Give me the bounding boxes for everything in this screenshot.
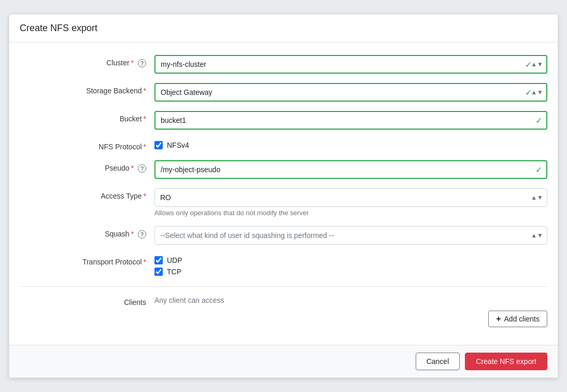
udp-label: UDP [167, 256, 182, 264]
tcp-checkbox[interactable] [154, 268, 163, 276]
udp-checkbox-group: UDP [154, 254, 547, 264]
pseudo-label: Pseudo* ? [20, 160, 154, 173]
pseudo-input[interactable] [154, 160, 547, 179]
create-nfs-export-button[interactable]: Create NFS export [465, 353, 547, 370]
bucket-input[interactable] [154, 111, 547, 130]
squash-select[interactable]: --Select what kind of user id squashing … [154, 226, 547, 245]
modal-body: Cluster* ? my-nfs-cluster ✓ ▲▼ Storage B… [9, 43, 558, 345]
transport-protocol-control-wrap: UDP TCP [154, 254, 547, 277]
transport-protocol-field-group: Transport Protocol* UDP TCP [20, 254, 547, 277]
cluster-select[interactable]: my-nfs-cluster [154, 55, 547, 74]
clients-divider [20, 286, 547, 287]
clients-content: Any client can access + Add clients [154, 296, 547, 327]
access-type-select-wrapper: RO RW None ▲▼ [154, 188, 547, 207]
cancel-button[interactable]: Cancel [416, 353, 460, 370]
cluster-control-wrap: my-nfs-cluster ✓ ▲▼ [154, 55, 547, 74]
access-type-control-wrap: RO RW None ▲▼ Allows only operations tha… [154, 188, 547, 217]
access-type-label: Access Type* [20, 188, 154, 200]
cluster-select-wrapper: my-nfs-cluster ✓ ▲▼ [154, 55, 547, 74]
pseudo-control-wrap: ✓ [154, 160, 547, 179]
storage-backend-select-wrapper: Object Gateway ✓ ▲▼ [154, 83, 547, 102]
bucket-field-group: Bucket* ✓ [20, 111, 547, 130]
nfs-protocol-label: NFS Protocol* [20, 139, 154, 151]
plus-icon: + [496, 314, 501, 324]
cluster-required: * [131, 59, 134, 67]
storage-backend-control-wrap: Object Gateway ✓ ▲▼ [154, 83, 547, 102]
storage-backend-select[interactable]: Object Gateway [154, 83, 547, 102]
bucket-label: Bucket* [20, 111, 154, 123]
nfs-protocol-required: * [144, 143, 146, 151]
tcp-checkbox-group: TCP [154, 265, 547, 276]
add-clients-button[interactable]: + Add clients [488, 311, 547, 327]
squash-field-group: Squash* ? --Select what kind of user id … [20, 226, 547, 245]
access-type-field-group: Access Type* RO RW None ▲▼ Allows only o… [20, 188, 547, 217]
clients-label: Clients [20, 296, 154, 306]
nfs-protocol-control-wrap: NFSv4 [154, 139, 547, 150]
squash-select-wrapper: --Select what kind of user id squashing … [154, 226, 547, 245]
nfsv4-label: NFSv4 [167, 141, 189, 149]
cluster-label: Cluster* ? [20, 55, 154, 67]
transport-protocol-required: * [144, 258, 146, 266]
squash-required: * [131, 230, 134, 238]
pseudo-input-wrapper: ✓ [154, 160, 547, 179]
access-type-select[interactable]: RO RW None [154, 188, 547, 207]
nfsv4-checkbox-group: NFSv4 [154, 139, 547, 149]
storage-backend-field-group: Storage Backend* Object Gateway ✓ ▲▼ [20, 83, 547, 102]
add-clients-label: Add clients [504, 315, 540, 323]
modal-header: Create NFS export [9, 15, 558, 43]
cluster-help-icon[interactable]: ? [138, 59, 146, 67]
modal-title: Create NFS export [20, 23, 547, 34]
cluster-field-group: Cluster* ? my-nfs-cluster ✓ ▲▼ [20, 55, 547, 74]
clients-section: Clients Any client can access + Add clie… [20, 296, 547, 327]
udp-checkbox[interactable] [154, 256, 163, 264]
access-type-hint: Allows only operations that do not modif… [154, 209, 547, 217]
nfs-protocol-field-group: NFS Protocol* NFSv4 [20, 139, 547, 151]
bucket-input-wrapper: ✓ [154, 111, 547, 130]
pseudo-required: * [131, 164, 134, 172]
access-type-required: * [144, 192, 146, 200]
storage-backend-label: Storage Backend* [20, 83, 154, 95]
bucket-control-wrap: ✓ [154, 111, 547, 130]
bucket-required: * [144, 115, 146, 123]
tcp-label: TCP [167, 268, 181, 276]
transport-protocol-label: Transport Protocol* [20, 254, 154, 266]
modal-footer: Cancel Create NFS export [9, 345, 558, 377]
create-nfs-export-modal: Create NFS export Cluster* ? my-nfs-clus… [9, 14, 558, 378]
storage-backend-required: * [144, 87, 146, 95]
squash-control-wrap: --Select what kind of user id squashing … [154, 226, 547, 245]
squash-help-icon[interactable]: ? [138, 230, 146, 239]
squash-label: Squash* ? [20, 226, 154, 239]
clients-any-text: Any client can access [154, 296, 547, 304]
nfsv4-checkbox[interactable] [154, 141, 163, 149]
pseudo-help-icon[interactable]: ? [138, 164, 146, 173]
pseudo-field-group: Pseudo* ? ✓ [20, 160, 547, 179]
